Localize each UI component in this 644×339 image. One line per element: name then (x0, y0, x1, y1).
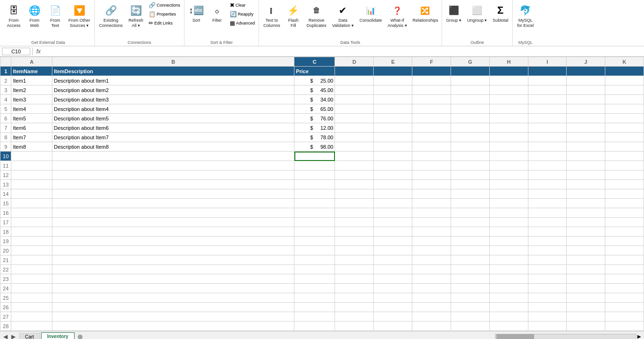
cell-d2[interactable] (335, 76, 374, 85)
cell-a1[interactable]: ItemName (11, 67, 52, 76)
col-header-d[interactable]: D (335, 57, 374, 67)
cell-f1[interactable] (412, 67, 451, 76)
from-web-button[interactable]: 🌐 FromWeb (25, 1, 44, 30)
cell-c8[interactable]: $ 78.00 (294, 133, 335, 142)
cell-h1[interactable] (489, 67, 528, 76)
from-other-sources-button[interactable]: 🔽 From OtherSources ▾ (66, 1, 92, 30)
advanced-label: Advanced (236, 21, 255, 25)
properties-button[interactable]: 📋 Properties (147, 10, 182, 18)
col-header-a[interactable]: A (11, 57, 52, 67)
cell-d1[interactable] (335, 67, 374, 76)
horizontal-scrollbar-area: ▶ (85, 334, 644, 339)
clear-button[interactable]: ✖ Clear (228, 1, 257, 9)
col-header-f[interactable]: F (412, 57, 451, 67)
cell-b2[interactable]: Description about Item1 (52, 76, 294, 85)
cell-b6[interactable]: Description about Item5 (52, 114, 294, 123)
what-if-button[interactable]: ❓ What-IfAnalysis ▾ (385, 1, 410, 30)
existing-connections-button[interactable]: 🔗 ExistingConnections (97, 1, 125, 30)
horizontal-scrollbar[interactable] (495, 334, 636, 339)
col-header-h[interactable]: H (489, 57, 528, 67)
col-header-g[interactable]: G (451, 57, 490, 67)
refresh-all-button[interactable]: 🔄 RefreshAll ▾ (126, 1, 146, 30)
col-header-k[interactable]: K (605, 57, 644, 67)
flash-fill-button[interactable]: ⚡ FlashFill (284, 1, 303, 30)
cell-b1[interactable]: ItemDescription (52, 67, 294, 76)
grid-scroll[interactable]: A B C D E F G H I J K 1 ItemName (0, 57, 644, 331)
cell-c7[interactable]: $ 12.00 (294, 123, 335, 133)
cell-b7[interactable]: Description about Item6 (52, 123, 294, 133)
scrollbar-thumb[interactable] (496, 334, 534, 339)
cell-a6[interactable]: Item5 (11, 114, 52, 123)
cell-b9[interactable]: Description about Item8 (52, 142, 294, 152)
filter-button[interactable]: ⬦ Filter (207, 1, 227, 25)
external-data-group-label: Get External Data (2, 40, 94, 45)
row-number-1[interactable]: 1 (0, 67, 11, 76)
col-header-i[interactable]: I (528, 57, 566, 67)
cell-c10-selected[interactable] (294, 152, 335, 161)
sort-button[interactable]: ↕🔤 Sort (186, 1, 206, 25)
relationships-button[interactable]: 🔀 Relationships (410, 1, 440, 25)
cell-a7[interactable]: Item6 (11, 123, 52, 133)
formula-input[interactable] (44, 48, 642, 55)
cell-a8[interactable]: Item7 (11, 133, 52, 142)
name-box[interactable] (2, 48, 30, 55)
row-number-4[interactable]: 4 (0, 95, 11, 104)
cell-a5[interactable]: Item4 (11, 104, 52, 114)
cell-b5[interactable]: Description about Item4 (52, 104, 294, 114)
cell-c3[interactable]: $ 45.00 (294, 85, 335, 95)
cell-a2[interactable]: Item1 (11, 76, 52, 85)
from-access-button[interactable]: 🗄 FromAccess (4, 1, 24, 30)
cell-b8[interactable]: Description about Item7 (52, 133, 294, 142)
reapply-button[interactable]: 🔄 Reapply (228, 10, 257, 18)
tab-next-button[interactable]: ▶ (10, 333, 17, 339)
sheet-tab-cart[interactable]: Cart (19, 333, 40, 339)
cell-g1[interactable] (451, 67, 490, 76)
cell-e1[interactable] (374, 67, 412, 76)
row-number-10[interactable]: 10 (0, 152, 11, 161)
sheet-tab-inventory[interactable]: Inventory (41, 332, 75, 339)
advanced-button[interactable]: ▦ Advanced (228, 19, 257, 27)
mysql-for-excel-button[interactable]: 🐬 MySQLfor Excel (515, 1, 536, 30)
cell-k1[interactable] (605, 67, 644, 76)
row-number-9[interactable]: 9 (0, 142, 11, 152)
subtotal-button[interactable]: Σ Subtotal (490, 1, 510, 25)
consolidate-button[interactable]: 📊 Consolidate (357, 1, 385, 25)
connections-small-button[interactable]: 🔗 Connections (147, 1, 182, 9)
cell-b3[interactable]: Description about Item2 (52, 85, 294, 95)
row-number-7[interactable]: 7 (0, 123, 11, 133)
cell-a4[interactable]: Item3 (11, 95, 52, 104)
cell-b10[interactable] (52, 152, 294, 161)
cell-c9[interactable]: $ 98.00 (294, 142, 335, 152)
cell-c4[interactable]: $ 34.00 (294, 95, 335, 104)
cell-b4[interactable]: Description about Item3 (52, 95, 294, 104)
cell-c5[interactable]: $ 65.00 (294, 104, 335, 114)
scroll-right-button[interactable]: ▶ (636, 334, 642, 339)
col-header-b[interactable]: B (52, 57, 294, 67)
cell-j1[interactable] (567, 67, 605, 76)
edit-links-button[interactable]: ✏ Edit Links (147, 19, 182, 27)
row-number-5[interactable]: 5 (0, 104, 11, 114)
tab-prev-button[interactable]: ◀ (2, 333, 9, 339)
row-number-3[interactable]: 3 (0, 85, 11, 95)
cell-a3[interactable]: Item2 (11, 85, 52, 95)
row-number-2[interactable]: 2 (0, 76, 11, 85)
row-number-8[interactable]: 8 (0, 133, 11, 142)
add-sheet-button[interactable]: ⊕ (75, 333, 85, 339)
cell-i1[interactable] (528, 67, 566, 76)
data-validation-button[interactable]: ✔ DataValidation ▾ (330, 1, 356, 30)
text-to-columns-button[interactable]: ⫿ Text toColumns (261, 1, 283, 30)
group-button[interactable]: ⬛ Group ▾ (444, 1, 464, 25)
ungroup-button[interactable]: ⬜ Ungroup ▾ (465, 1, 489, 25)
cell-c1[interactable]: Price (294, 67, 335, 76)
remove-duplicates-button[interactable]: 🗑 RemoveDuplicates (304, 1, 329, 30)
col-header-j[interactable]: J (567, 57, 605, 67)
from-text-icon: 📄 (48, 3, 63, 18)
cell-c6[interactable]: $ 76.00 (294, 114, 335, 123)
cell-a9[interactable]: Item8 (11, 142, 52, 152)
cell-c2[interactable]: $ 25.00 (294, 76, 335, 85)
col-header-c[interactable]: C (294, 57, 335, 67)
from-text-button[interactable]: 📄 FromText (45, 1, 65, 30)
row-number-6[interactable]: 6 (0, 114, 11, 123)
cell-a10[interactable] (11, 152, 52, 161)
col-header-e[interactable]: E (374, 57, 412, 67)
